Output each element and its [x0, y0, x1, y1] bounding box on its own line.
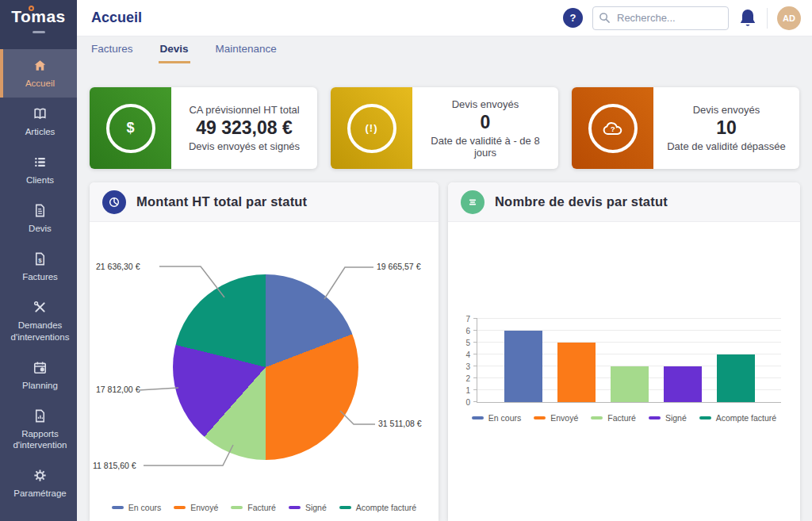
tab-bar: FacturesDevisMaintenance — [90, 40, 278, 63]
hlist-icon — [461, 190, 485, 214]
legend-label: Signé — [665, 413, 687, 423]
tools-icon — [33, 300, 48, 316]
bar-3 — [664, 366, 702, 402]
tab-factures[interactable]: Factures — [90, 40, 135, 63]
sidebar-item-parametrage[interactable]: Paramétrage — [0, 459, 77, 508]
y-tick-label: 2 — [465, 374, 470, 383]
sidebar-item-accueil[interactable]: Accueil — [0, 49, 77, 98]
sidebar-item-factures[interactable]: $Factures — [0, 243, 77, 291]
kpi-title: Devis envoyés — [693, 104, 760, 116]
sidebar-item-rapports-intervention[interactable]: Rapports d'intervention — [0, 400, 77, 460]
pie-chart-icon — [102, 190, 126, 214]
kpi-value: 0 — [481, 112, 491, 133]
kpi-subtitle: Date de validité dépassée — [667, 140, 786, 152]
book-icon — [33, 106, 48, 122]
search-box — [592, 6, 729, 30]
pie-chart-title: Montant HT total par statut — [136, 194, 307, 209]
bar-plot: 01234567 — [477, 319, 781, 403]
kpi-row: $ CA prévisionnel HT total 49 323,08 € D… — [90, 87, 800, 169]
sidebar-item-demandes-interventions[interactable]: Demandes d'interventions — [0, 291, 77, 351]
gear-icon — [33, 468, 48, 484]
sidebar-item-devis[interactable]: Devis — [0, 194, 77, 243]
kpi-card-ca-previsionnel: $ CA prévisionnel HT total 49 323,08 € D… — [90, 87, 317, 169]
sidebar-item-label: Planning — [22, 380, 58, 392]
legend-marker — [472, 416, 484, 419]
legend-item[interactable]: Facturé — [591, 413, 636, 423]
legend-item[interactable]: Envoyé — [174, 503, 218, 512]
tab-devis[interactable]: Devis — [159, 40, 190, 63]
kpi-subtitle: Date de validité à - de 8 jours — [419, 135, 552, 159]
sidebar-item-label: Paramétrage — [13, 488, 66, 500]
legend-item[interactable]: Envoyé — [534, 413, 578, 423]
legend-item[interactable]: Facturé — [231, 503, 276, 512]
legend-marker — [231, 506, 243, 509]
kpi-title: CA prévisionnel HT total — [189, 104, 299, 116]
sidebar-item-clients[interactable]: Clients — [0, 146, 77, 194]
chart-row: Montant HT total par statut 19 665,57 € … — [90, 182, 800, 521]
search-input[interactable] — [592, 6, 729, 30]
page-title: Accueil — [91, 10, 142, 26]
bar-4 — [717, 354, 755, 402]
bar-chart-title: Nombre de devis par statut — [495, 194, 668, 209]
y-tick-label: 7 — [465, 315, 470, 324]
bar-1 — [557, 343, 596, 402]
bar-0 — [504, 331, 542, 402]
pie-value-label: 19 665,57 € — [377, 262, 420, 271]
kpi-card-devis-envoyes-depassee: ? Devis envoyés 10 Date de validité dépa… — [572, 87, 799, 169]
top-header: Accueil ? AD — [77, 0, 812, 36]
pie-value-label: 31 511,08 € — [378, 419, 422, 428]
bar-chart-card: Nombre de devis par statut 01234567 En c… — [448, 182, 800, 521]
invoice-icon: $ — [33, 251, 48, 267]
legend-item[interactable]: Acompte facturé — [339, 503, 416, 512]
pie-value-label: 11 815,60 € — [93, 461, 136, 470]
legend-label: Acompte facturé — [356, 503, 416, 512]
legend-item[interactable]: Signé — [649, 413, 687, 423]
sidebar-item-planning[interactable]: Planning — [0, 351, 77, 400]
svg-text:$: $ — [38, 257, 42, 264]
bar-2 — [611, 366, 649, 402]
calendar-icon — [33, 360, 48, 376]
search-icon — [599, 12, 611, 27]
app-logo[interactable]: Tomas — [0, 0, 77, 49]
y-tick-label: 1 — [465, 386, 470, 395]
legend-marker — [174, 506, 186, 509]
sidebar-item-label: Accueil — [25, 78, 55, 90]
pie-value-label: 17 812,00 € — [96, 385, 140, 394]
legend-marker — [649, 416, 661, 419]
legend-item[interactable]: En cours — [472, 413, 521, 423]
kpi-color-panel: (!) — [331, 87, 412, 169]
svg-text:?: ? — [610, 125, 615, 133]
legend-label: Signé — [305, 503, 327, 512]
tab-maintenance[interactable]: Maintenance — [214, 40, 278, 63]
user-avatar[interactable]: AD — [777, 6, 801, 30]
legend-marker — [699, 416, 711, 419]
cloud-question-icon: ? — [588, 104, 638, 153]
list-icon — [33, 155, 48, 170]
sidebar-item-label: Factures — [22, 271, 58, 283]
sidebar-item-label: Demandes d'interventions — [6, 320, 75, 343]
kpi-card-devis-envoyes-validite: (!) Devis envoyés 0 Date de validité à -… — [331, 87, 558, 169]
legend-label: Envoyé — [190, 503, 218, 512]
legend-marker — [534, 416, 546, 419]
legend-label: Envoyé — [550, 413, 578, 423]
kpi-content: CA prévisionnel HT total 49 323,08 € Dev… — [171, 87, 317, 169]
sidebar-item-label: Devis — [29, 223, 52, 235]
y-tick-label: 6 — [465, 327, 470, 335]
logo-o-ring-icon — [29, 6, 34, 11]
help-button[interactable]: ? — [563, 8, 583, 28]
legend-marker — [339, 506, 351, 509]
sidebar: Tomas AccueilArticlesClientsDevis$Factur… — [0, 0, 77, 521]
legend-item[interactable]: Signé — [289, 503, 327, 512]
sidebar-item-label: Rapports d'intervention — [6, 428, 75, 452]
kpi-value: 10 — [716, 117, 737, 139]
sidebar-item-articles[interactable]: Articles — [0, 98, 77, 146]
kpi-title: Devis envoyés — [452, 98, 519, 110]
header-actions: ? AD — [563, 6, 801, 30]
logo-text: Tomas — [0, 7, 77, 26]
alert-icon: (!) — [347, 104, 396, 153]
kpi-subtitle: Devis envoyés et signés — [189, 140, 300, 152]
legend-item[interactable]: En cours — [112, 503, 161, 512]
legend-label: Facturé — [607, 413, 636, 423]
legend-item[interactable]: Acompte facturé — [699, 413, 776, 423]
notifications-bell-icon[interactable] — [738, 8, 757, 29]
